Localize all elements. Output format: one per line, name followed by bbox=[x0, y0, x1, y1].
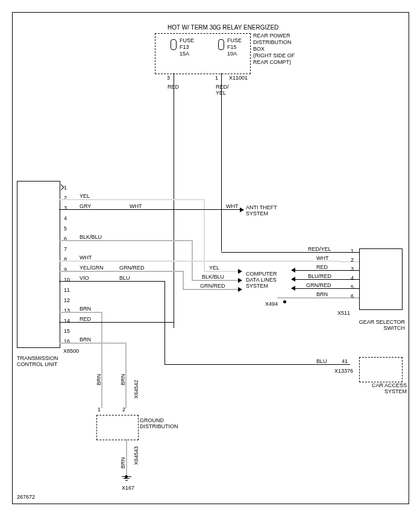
tcu-pin-8: 8 bbox=[64, 257, 67, 263]
lbl-brn16: BRN bbox=[80, 337, 91, 343]
wire-f15-down bbox=[221, 73, 222, 251]
fuse-f13-label: FUSE bbox=[180, 38, 194, 44]
tcu-pin-7: 7 bbox=[64, 247, 67, 253]
lbl-gss4: BLU/RED bbox=[308, 274, 331, 280]
tcu-conn: X8500 bbox=[63, 349, 79, 355]
tcu-pin-2: 2 bbox=[64, 195, 67, 201]
cas-box bbox=[359, 357, 403, 382]
wire-vio bbox=[59, 281, 165, 282]
ground-name: GROUNDDISTRIBUTION bbox=[140, 418, 188, 430]
tcu-pin-13: 13 bbox=[64, 308, 70, 314]
gss-name: GEAR SELECTORSWITCH bbox=[351, 320, 405, 332]
tcu-pin-15: 15 bbox=[64, 329, 70, 335]
rear-power-l5: REAR COMPT) bbox=[253, 60, 291, 66]
arrow-gss5-icon bbox=[291, 286, 295, 291]
lbl-wht3b: WHT bbox=[130, 204, 142, 210]
tcu-box bbox=[17, 181, 60, 348]
pin-gss2: 2 bbox=[351, 258, 354, 264]
lbl-gss2: WHT bbox=[316, 256, 329, 262]
lbl-gss6: BRN bbox=[316, 292, 328, 298]
tcu-pin-16: 16 bbox=[64, 339, 70, 345]
x494: X494 bbox=[265, 302, 278, 308]
lbl-yel: YEL bbox=[80, 194, 90, 200]
lbl-gss5: GRN/RED bbox=[306, 283, 331, 289]
tcu-name: TRANSMISSIONCONTROL UNIT bbox=[17, 356, 71, 368]
lbl-grnred9: GRN/RED bbox=[119, 265, 145, 271]
gss-box bbox=[359, 248, 403, 310]
lbl-gss3: RED bbox=[316, 265, 328, 271]
ground-box bbox=[96, 415, 139, 440]
tcu-pin-12: 12 bbox=[64, 298, 70, 304]
brnv2: BRN bbox=[121, 374, 127, 385]
x494-dot bbox=[283, 300, 286, 303]
rear-power-l2: DISTRIBUTION bbox=[253, 40, 292, 46]
tcu-pin-10: 10 bbox=[64, 277, 70, 283]
pin-cas: 41 bbox=[342, 359, 348, 365]
lbl-blkblu-mid: BLK/BLU bbox=[202, 274, 224, 280]
arrow-cdl2-icon bbox=[238, 278, 242, 283]
arrow-gss3-icon bbox=[291, 268, 295, 273]
tcu-pin-3: 3 bbox=[64, 206, 67, 212]
rear-power-l3: BOX bbox=[253, 46, 265, 52]
wire-red14v bbox=[174, 322, 174, 328]
tcu-pin-14: 14 bbox=[64, 318, 70, 324]
lbl-wht-mid: WHT bbox=[226, 204, 239, 210]
tcu-pin-6: 6 bbox=[64, 236, 67, 242]
wire-blkblu bbox=[59, 240, 192, 241]
fuse-f13-pin: 3 bbox=[167, 75, 170, 81]
arrow-cdl3-icon bbox=[238, 287, 242, 292]
tcu-pin-5: 5 bbox=[64, 226, 67, 232]
doc-id: 267672 bbox=[17, 494, 35, 501]
ground-pin2: 2 bbox=[122, 407, 125, 413]
ground-dot bbox=[125, 475, 128, 478]
wire-blu-v bbox=[165, 281, 165, 364]
gss-conn: X511 bbox=[337, 311, 350, 317]
fuse-f13-icon bbox=[171, 39, 177, 50]
tcu-pin-4: 4 bbox=[64, 216, 67, 222]
title-hot: HOT W/ TERM 30G RELAY ENERGIZED bbox=[168, 24, 278, 31]
fuse-f13-rating: 15A bbox=[180, 51, 189, 57]
arrow-antitheft-icon bbox=[240, 207, 244, 212]
arrow-cdl1-icon bbox=[238, 269, 242, 274]
wire-brn16 bbox=[59, 343, 125, 344]
fuse-f15-label: FUSE bbox=[227, 38, 242, 44]
x64543: X64543 bbox=[134, 446, 140, 465]
pin-gss3: 3 bbox=[351, 267, 354, 273]
lbl-blkblu: BLK/BLU bbox=[80, 235, 102, 241]
ground-pin1: 1 bbox=[98, 407, 101, 413]
x11001: X11001 bbox=[229, 75, 248, 81]
lbl-vio: VIO bbox=[80, 276, 89, 282]
lbl-red14: RED bbox=[80, 317, 91, 323]
tcu-pin-11: 11 bbox=[64, 288, 70, 294]
fuse-f15-pin: 1 bbox=[215, 75, 218, 81]
redyel-label: RED/ YEL bbox=[216, 84, 234, 96]
brn-down: BRN bbox=[121, 457, 127, 469]
lbl-grnred-mid: GRN/RED bbox=[200, 283, 225, 289]
lbl-yelgrn: YEL/GRN bbox=[80, 265, 104, 271]
pin-gss5: 5 bbox=[351, 285, 354, 291]
lbl-yel-mid: YEL bbox=[209, 265, 219, 271]
lbl-blu10: BLU bbox=[119, 276, 130, 282]
wire-grnred-v bbox=[183, 271, 184, 289]
diagram-frame bbox=[12, 12, 409, 504]
brnv1: BRN bbox=[96, 374, 102, 385]
rear-power-l4: (RIGHT SIDE OF bbox=[253, 53, 295, 59]
rear-power-l1: REAR POWER bbox=[253, 33, 290, 39]
page-root: HOT W/ TERM 30G RELAY ENERGIZED REAR POW… bbox=[0, 0, 420, 515]
wire-blkblu-v bbox=[192, 240, 193, 280]
lbl-brn13: BRN bbox=[80, 306, 91, 312]
fuse-f15-name: F15 bbox=[227, 45, 237, 51]
tcu-pin-9: 9 bbox=[64, 267, 67, 273]
lbl-wht8: WHT bbox=[80, 255, 92, 261]
cdl: COMPUTERDATA LINESSYSTEM bbox=[246, 271, 288, 289]
tcu-pin-1: 1 bbox=[64, 185, 67, 191]
wire-brn13v bbox=[101, 312, 102, 408]
pin-gss1: 1 bbox=[351, 248, 354, 254]
wire-gss2 bbox=[339, 261, 359, 262]
wire-gss1 bbox=[221, 252, 359, 253]
pin-gss4: 4 bbox=[351, 276, 354, 282]
fuse-f15-icon bbox=[218, 39, 224, 50]
arrow-gss4-icon bbox=[291, 277, 295, 282]
cas-name: CAR ACCESSSYSTEM bbox=[365, 383, 407, 395]
lbl-cas-blu: BLU bbox=[316, 359, 327, 365]
